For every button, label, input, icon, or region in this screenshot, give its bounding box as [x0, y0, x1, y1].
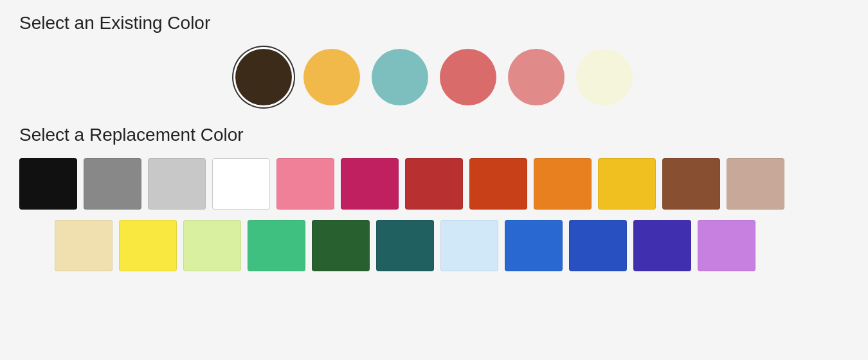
replacement-color-medium-blue[interactable] — [569, 220, 627, 271]
replacement-color-section: Select a Replacement Color — [19, 125, 849, 271]
replacement-color-golden[interactable] — [598, 158, 656, 210]
replacement-color-lavender[interactable] — [698, 220, 755, 271]
replacement-color-dark-gray[interactable] — [84, 158, 141, 210]
replacement-color-white[interactable] — [212, 158, 270, 210]
replacement-color-indigo[interactable] — [633, 220, 691, 271]
existing-color-cream-white[interactable] — [576, 49, 633, 105]
replacement-color-brown[interactable] — [662, 158, 720, 210]
existing-color-section: Select an Existing Color — [19, 13, 849, 105]
existing-color-golden-yellow[interactable] — [303, 49, 360, 105]
existing-color-teal-blue[interactable] — [372, 49, 428, 105]
replacement-row-2 — [19, 220, 849, 271]
replacement-color-crimson[interactable] — [341, 158, 399, 210]
replacement-color-black[interactable] — [19, 158, 77, 210]
replacement-color-orange[interactable] — [534, 158, 592, 210]
replacement-color-tan[interactable] — [727, 158, 784, 210]
replacement-row-1 — [19, 158, 849, 210]
replacement-color-dark-teal[interactable] — [376, 220, 434, 271]
existing-color-salmon-pink[interactable] — [508, 49, 565, 105]
existing-color-coral-red[interactable] — [440, 49, 496, 105]
existing-color-dark-brown[interactable] — [235, 49, 292, 105]
replacement-color-light-yellow[interactable] — [55, 220, 113, 271]
replacement-color-royal-blue[interactable] — [505, 220, 563, 271]
replacement-color-dark-green[interactable] — [312, 220, 370, 271]
existing-color-title: Select an Existing Color — [19, 13, 849, 33]
existing-color-row — [19, 49, 849, 105]
replacement-color-green[interactable] — [248, 220, 305, 271]
replacement-color-burnt-orange[interactable] — [469, 158, 527, 210]
replacement-color-light-green[interactable] — [183, 220, 241, 271]
replacement-color-dark-red[interactable] — [405, 158, 463, 210]
replacement-color-pale-blue[interactable] — [440, 220, 498, 271]
replacement-color-light-gray[interactable] — [148, 158, 206, 210]
replacement-color-title: Select a Replacement Color — [19, 125, 849, 145]
replacement-color-yellow[interactable] — [119, 220, 177, 271]
replacement-color-light-pink[interactable] — [276, 158, 334, 210]
